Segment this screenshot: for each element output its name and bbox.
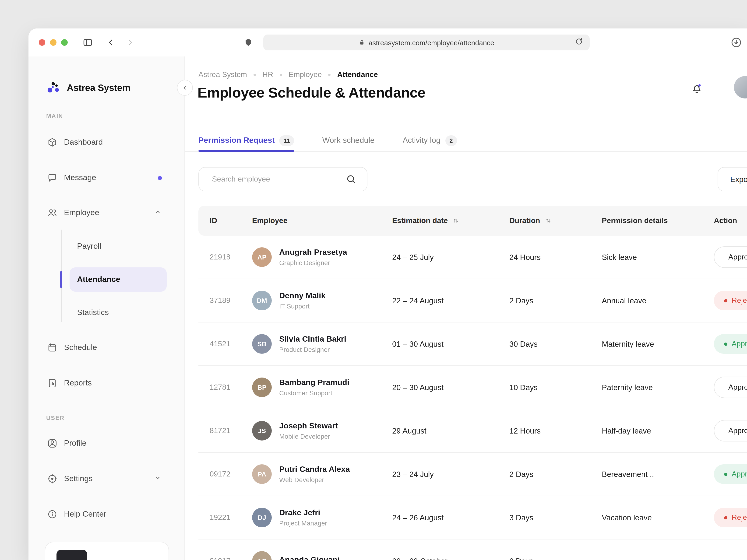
lock-icon — [359, 39, 365, 46]
employee-name: Putri Candra Alexa — [279, 465, 350, 474]
url-text: astreasystem.com/employee/attendance — [368, 38, 494, 47]
url-bar[interactable]: astreasystem.com/employee/attendance — [263, 34, 590, 50]
sidebar-item-label: Message — [64, 173, 96, 183]
approve-button[interactable]: Approve — [714, 420, 747, 442]
breadcrumb-hr[interactable]: HR — [262, 71, 273, 79]
sidebar-item-help-center[interactable]: Help Center — [28, 501, 184, 527]
estimation-date: 23 – 24 July — [381, 470, 498, 479]
permission-details: Annual leave — [591, 296, 703, 305]
sidebar-item-label: Profile — [64, 439, 86, 448]
reload-icon[interactable] — [575, 37, 585, 48]
downloads-icon[interactable] — [730, 36, 742, 49]
sidebar-bottom-card[interactable] — [45, 542, 169, 560]
sidebar-item-employee[interactable]: Employee — [28, 200, 184, 226]
duration: 2 Days — [498, 470, 591, 479]
message-icon — [47, 173, 57, 183]
search-icon[interactable] — [345, 174, 357, 185]
browser-window: astreasystem.com/employee/attendance — [28, 28, 747, 560]
breadcrumb-current: Attendance — [337, 71, 378, 79]
user-avatar[interactable] — [734, 76, 747, 99]
back-icon[interactable] — [105, 36, 117, 49]
forward-icon[interactable] — [124, 36, 136, 49]
table-row[interactable]: 09172 PA Putri Candra Alexa Web Develope… — [199, 453, 747, 496]
notifications-button[interactable] — [687, 79, 706, 98]
employee-id: 21918 — [199, 253, 241, 261]
column-id: ID — [199, 216, 241, 225]
status-badge: Approved — [714, 464, 747, 484]
permission-details: Sick leave — [591, 253, 703, 262]
employee-id: 19221 — [199, 513, 241, 522]
action-cell: Approve — [703, 246, 747, 268]
column-estimation-date[interactable]: Estimation date — [381, 216, 498, 225]
sidebar-item-profile[interactable]: Profile — [28, 430, 184, 456]
table-row[interactable]: 12781 BP Bambang Pramudi Customer Suppor… — [199, 366, 747, 409]
table-row[interactable]: 41521 SB Silvia Cintia Bakri Product Des… — [199, 322, 747, 366]
sidebar-item-label: Settings — [64, 474, 93, 483]
duration: 2 Days — [498, 557, 591, 560]
status-dot — [724, 299, 727, 302]
sort-icon[interactable] — [544, 217, 552, 224]
employee-name: Bambang Pramudi — [279, 378, 349, 387]
estimation-date: 28 – 29 October — [381, 557, 498, 560]
app-logo: Astrea System — [45, 78, 184, 97]
employee-name: Joseph Stewart — [279, 421, 338, 431]
sidebar-item-message[interactable]: Message — [28, 165, 184, 191]
chevron-down-icon — [154, 474, 162, 484]
column-duration[interactable]: Duration — [498, 216, 591, 225]
employee-cell: DM Denny Malik IT Support — [241, 291, 381, 310]
employee-avatar: AP — [252, 247, 272, 267]
sidebar-item-dashboard[interactable]: Dashboard — [28, 129, 184, 155]
maximize-window-button[interactable] — [61, 39, 68, 46]
duration: 10 Days — [498, 383, 591, 392]
table-row[interactable]: 81721 JS Joseph Stewart Mobile Developer… — [199, 409, 747, 453]
settings-icon — [47, 474, 57, 484]
sidebar-item-payroll[interactable]: Payroll — [28, 233, 184, 260]
status-dot — [724, 516, 727, 519]
calendar-icon — [47, 343, 57, 353]
sidebar-item-reports[interactable]: Reports — [28, 370, 184, 396]
table-row[interactable]: 01917 AG Ananda Giovani 28 – 29 October … — [199, 539, 747, 560]
notification-dot — [698, 84, 700, 86]
breadcrumb-home[interactable]: Astrea System — [199, 71, 247, 79]
action-cell: Rejected — [703, 291, 747, 310]
section-label-main: MAIN — [46, 113, 184, 119]
employee-avatar: AG — [252, 551, 272, 560]
browser-chrome: astreasystem.com/employee/attendance — [28, 28, 747, 56]
profile-icon — [47, 438, 57, 449]
table-header: ID Employee Estimation date Duration — [199, 206, 747, 236]
minimize-window-button[interactable] — [50, 39, 56, 46]
approve-button[interactable]: Approve — [714, 377, 747, 398]
help-icon — [47, 509, 57, 519]
employee-id: 09172 — [199, 470, 241, 478]
tab-work-schedule[interactable]: Work schedule — [322, 129, 375, 152]
estimation-date: 24 – 26 August — [381, 513, 498, 522]
search-input[interactable] — [212, 175, 345, 183]
approve-button[interactable]: Approve — [714, 246, 747, 268]
sidebar-item-schedule[interactable]: Schedule — [28, 335, 184, 361]
main-content: Astrea System HR Employee Attendance Emp… — [185, 56, 747, 560]
duration: 3 Days — [498, 513, 591, 522]
tab-count-badge: 2 — [445, 135, 457, 146]
employee-cell: PA Putri Candra Alexa Web Developer — [241, 464, 381, 484]
sidebar-item-settings[interactable]: Settings — [28, 466, 184, 492]
tab-permission-request[interactable]: Permission Request 11 — [199, 129, 294, 152]
shield-icon[interactable] — [242, 36, 254, 49]
employee-id: 37189 — [199, 296, 241, 305]
employee-name: Denny Malik — [279, 291, 326, 300]
table-row[interactable]: 37189 DM Denny Malik IT Support 22 – 24 … — [199, 279, 747, 322]
sidebar-item-attendance[interactable]: Attendance — [28, 266, 184, 293]
browser-sidebar-toggle-icon[interactable] — [82, 36, 94, 49]
tab-activity-log[interactable]: Activity log 2 — [403, 129, 457, 152]
export-button[interactable]: Export — [718, 167, 747, 191]
tab-count-badge: 11 — [279, 135, 294, 146]
logo-icon — [45, 80, 61, 96]
sort-icon[interactable] — [452, 217, 459, 224]
sidebar-item-statistics[interactable]: Statistics — [28, 300, 184, 326]
sidebar-collapse-button[interactable] — [177, 80, 193, 96]
close-window-button[interactable] — [39, 39, 45, 46]
sidebar: Astrea System MAIN Dashboard Message — [28, 56, 185, 560]
table-row[interactable]: 21918 AP Anugrah Prasetya Graphic Design… — [199, 236, 747, 279]
estimation-date: 20 – 30 August — [381, 383, 498, 392]
table-row[interactable]: 19221 DJ Drake Jefri Project Manager 24 … — [199, 496, 747, 539]
breadcrumb-employee[interactable]: Employee — [288, 71, 322, 79]
